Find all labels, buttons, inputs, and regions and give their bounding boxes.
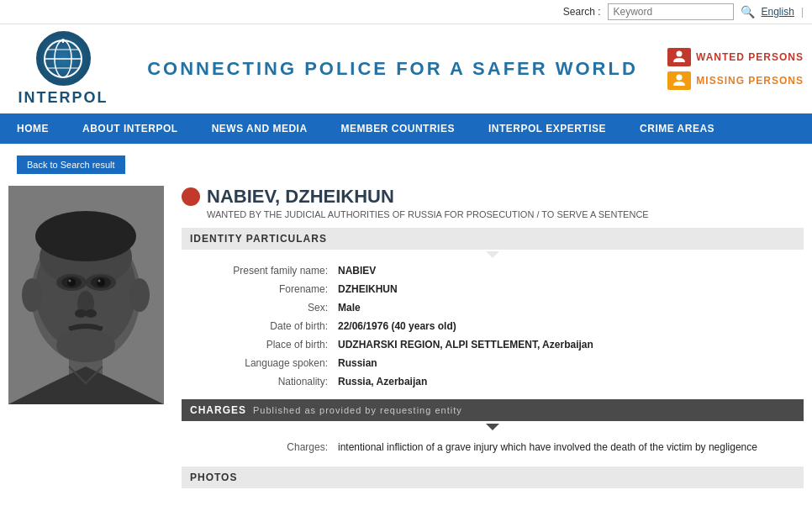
svg-point-29	[129, 278, 150, 312]
svg-point-22	[98, 280, 101, 282]
wanted-icon	[667, 48, 691, 66]
table-row: Forename: DZHEIKHUN	[182, 280, 804, 298]
missing-label: MISSING PERSONS	[696, 75, 804, 87]
identity-table: Present family name: NABIEV Forename: DZ…	[182, 261, 804, 391]
arrow-down-charges-icon	[486, 424, 499, 430]
value-sex: Male	[333, 298, 804, 317]
charges-value: intentional infliction of a grave injury…	[333, 436, 804, 458]
table-row: Language spoken: Russian	[182, 354, 804, 372]
site-tagline: CONNECTING POLICE FOR A SAFER WORLD	[118, 58, 667, 80]
interpol-logo	[36, 31, 91, 86]
nav-member-countries[interactable]: MEMBER COUNTRIES	[324, 113, 472, 144]
back-to-search-button[interactable]: Back to Search result	[17, 155, 125, 174]
nav-home[interactable]: HOME	[0, 113, 66, 144]
interpol-badge-icon	[182, 187, 200, 206]
search-button[interactable]: 🔍	[741, 5, 755, 18]
top-bar: Search : 🔍 English |	[0, 0, 812, 24]
missing-persons-link[interactable]: MISSING PERSONS	[667, 71, 804, 90]
svg-point-19	[67, 278, 76, 287]
svg-point-24	[75, 309, 87, 318]
wanted-persons-link[interactable]: WANTED PERSONS	[667, 48, 804, 66]
table-row: Sex: Male	[182, 298, 804, 317]
missing-icon	[667, 71, 691, 90]
section-arrow	[182, 251, 804, 258]
missing-person-icon	[672, 73, 687, 88]
svg-point-7	[676, 51, 682, 57]
person-icon	[672, 50, 687, 65]
label-nationality: Nationality:	[182, 372, 333, 391]
svg-point-25	[85, 309, 97, 318]
svg-point-30	[35, 211, 136, 261]
logo-text: INTERPOL	[18, 89, 108, 107]
value-dob: 22/06/1976 (40 years old)	[333, 317, 804, 335]
search-input[interactable]	[608, 3, 734, 20]
charges-arrow	[182, 421, 804, 433]
search-label: Search :	[563, 6, 601, 18]
label-sex: Sex:	[182, 298, 333, 317]
value-language: Russian	[333, 354, 804, 372]
value-forename: DZHEIKHUN	[333, 280, 804, 298]
value-nationality: Russia, Azerbaijan	[333, 372, 804, 391]
identity-section-header: IDENTITY PARTICULARS	[182, 228, 804, 250]
language-selector[interactable]: English	[762, 6, 794, 18]
logo-icon	[42, 38, 84, 80]
svg-point-20	[97, 278, 105, 287]
nav-news[interactable]: NEWS AND MEDIA	[195, 113, 324, 144]
label-pob: Place of birth:	[182, 335, 333, 354]
svg-point-6	[61, 39, 65, 42]
arrow-down-icon	[486, 251, 499, 258]
main-nav: HOME ABOUT INTERPOL NEWS AND MEDIA MEMBE…	[0, 113, 812, 144]
person-header: NABIEV, DZHEIKHUN WANTED BY THE JUDICIAL…	[182, 186, 804, 219]
nav-about[interactable]: ABOUT INTERPOL	[66, 113, 195, 144]
label-dob: Date of birth:	[182, 317, 333, 335]
photos-section-header: PHOTOS	[182, 466, 804, 488]
suspect-face-svg	[8, 186, 164, 404]
svg-point-8	[677, 75, 683, 81]
svg-point-27	[56, 329, 115, 362]
charges-table: Charges: intentional infliction of a gra…	[182, 436, 804, 458]
svg-point-21	[69, 280, 71, 282]
label-forename: Forename:	[182, 280, 333, 298]
nav-crime-areas[interactable]: CRIME AREAS	[623, 113, 731, 144]
label-language: Language spoken:	[182, 354, 333, 372]
table-row: Nationality: Russia, Azerbaijan	[182, 372, 804, 391]
table-row: Charges: intentional infliction of a gra…	[182, 436, 804, 458]
back-bar: Back to Search result	[0, 144, 812, 186]
lang-divider: |	[801, 6, 804, 18]
nav-expertise[interactable]: INTERPOL EXPERTISE	[472, 113, 623, 144]
value-family-name: NABIEV	[333, 261, 804, 280]
charges-published: Published as provided by requesting enti…	[253, 405, 462, 415]
logo-area: INTERPOL	[8, 31, 118, 107]
details-area: NABIEV, DZHEIKHUN WANTED BY THE JUDICIAL…	[182, 186, 804, 488]
photo-area	[8, 186, 168, 488]
suspect-photo	[8, 186, 164, 404]
charges-label: Charges:	[182, 436, 333, 458]
site-header: INTERPOL CONNECTING POLICE FOR A SAFER W…	[0, 24, 812, 113]
label-family-name: Present family name:	[182, 261, 333, 280]
table-row: Present family name: NABIEV	[182, 261, 804, 280]
table-row: Place of birth: UDZHARSKI REGION, ALPI S…	[182, 335, 804, 354]
wanted-label: WANTED PERSONS	[696, 51, 804, 63]
quick-links: WANTED PERSONS MISSING PERSONS	[667, 48, 804, 90]
wanted-by-text: WANTED BY THE JUDICIAL AUTHORITIES OF RU…	[207, 209, 649, 219]
svg-point-28	[22, 278, 42, 312]
table-row: Date of birth: 22/06/1976 (40 years old)	[182, 317, 804, 335]
person-name-group: NABIEV, DZHEIKHUN WANTED BY THE JUDICIAL…	[207, 186, 649, 219]
charges-title: CHARGES	[190, 404, 246, 416]
person-name: NABIEV, DZHEIKHUN	[207, 186, 649, 208]
content-area: NABIEV, DZHEIKHUN WANTED BY THE JUDICIAL…	[0, 186, 812, 505]
charges-section-header: CHARGES Published as provided by request…	[182, 399, 804, 421]
value-pob: UDZHARSKI REGION, ALPI SETTLEMENT, Azerb…	[333, 335, 804, 354]
